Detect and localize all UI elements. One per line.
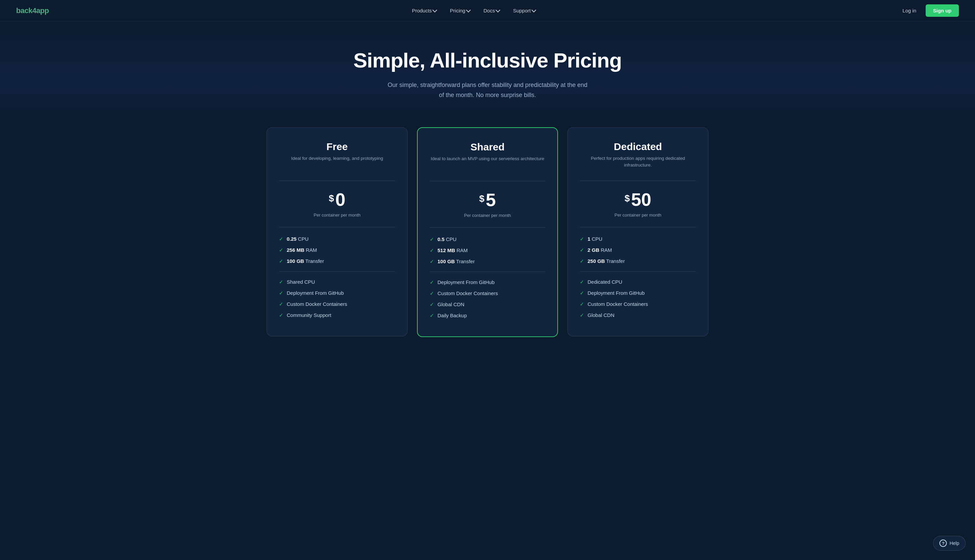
chevron-down-icon	[432, 8, 437, 12]
features-list-free: ✓Shared CPU✓Deployment From GitHub✓Custo…	[279, 278, 395, 318]
price-dollar-sign: $	[329, 193, 334, 204]
check-icon: ✓	[279, 278, 283, 285]
spec-text: 250 GB Transfer	[588, 258, 625, 265]
card-subtitle-free: Ideal for developing, learning, and prot…	[279, 155, 395, 171]
check-icon: ✓	[580, 289, 584, 297]
hero-section: Simple, All-inclusive Pricing Our simple…	[0, 22, 975, 120]
specs-list-dedicated: ✓1 CPU✓2 GB RAM✓250 GB Transfer	[580, 235, 696, 265]
check-icon: ✓	[430, 247, 434, 254]
spec-item: ✓100 GB Transfer	[430, 258, 545, 265]
price-block-shared: $ 5	[430, 189, 545, 210]
price-amount-free: $ 0	[279, 189, 395, 210]
nav-item-docs[interactable]: Docs	[478, 5, 505, 16]
card-divider-bottom	[279, 271, 395, 272]
feature-item: ✓Custom Docker Containers	[580, 300, 696, 308]
feature-item: ✓Global CDN	[580, 312, 696, 318]
check-icon: ✓	[430, 236, 434, 243]
feature-text: Deployment From GitHub	[588, 289, 645, 297]
check-icon: ✓	[430, 312, 434, 319]
card-divider-top	[430, 181, 545, 181]
spec-text: 100 GB Transfer	[287, 258, 324, 265]
check-icon: ✓	[279, 300, 283, 308]
spec-text: 100 GB Transfer	[437, 258, 475, 265]
feature-item: ✓Global CDN	[430, 301, 545, 308]
price-block-dedicated: $ 50	[580, 189, 696, 210]
nav-item-pricing[interactable]: Pricing	[445, 5, 475, 16]
price-value: 50	[631, 189, 651, 210]
check-icon: ✓	[580, 235, 584, 242]
help-label: Help	[950, 540, 959, 546]
check-icon: ✓	[279, 289, 283, 297]
nav-item-label: Docs	[483, 8, 495, 13]
chevron-down-icon	[495, 8, 500, 12]
hero-description: Our simple, straightforward plans offer …	[387, 80, 588, 100]
price-period-dedicated: Per container per month	[580, 213, 696, 218]
logo[interactable]: back4app	[16, 7, 49, 15]
nav-item-label: Pricing	[450, 8, 465, 13]
feature-text: Community Support	[287, 312, 332, 318]
pricing-card-free: Free Ideal for developing, learning, and…	[267, 127, 408, 337]
nav-auth: Log in Sign up	[898, 4, 959, 17]
price-block-free: $ 0	[279, 189, 395, 210]
card-title-dedicated: Dedicated	[580, 141, 696, 152]
feature-item: ✓Custom Docker Containers	[279, 300, 395, 308]
price-dollar-sign: $	[625, 193, 630, 204]
spec-text: 2 GB RAM	[588, 247, 612, 253]
price-value: 5	[486, 189, 496, 210]
check-icon: ✓	[580, 312, 584, 318]
feature-text: Custom Docker Containers	[287, 300, 347, 308]
navbar: back4app ProductsPricingDocsSupport Log …	[0, 0, 975, 22]
logo-text: back4app	[16, 7, 49, 15]
feature-item: ✓Daily Backup	[430, 312, 545, 319]
spec-item: ✓256 MB RAM	[279, 247, 395, 253]
nav-item-support[interactable]: Support	[508, 5, 541, 16]
chevron-down-icon	[466, 8, 471, 12]
card-title-shared: Shared	[430, 141, 545, 153]
spec-item: ✓0.25 CPU	[279, 235, 395, 242]
check-icon: ✓	[279, 258, 283, 265]
features-list-dedicated: ✓Dedicated CPU✓Deployment From GitHub✓Cu…	[580, 278, 696, 318]
feature-text: Deployment From GitHub	[437, 279, 495, 286]
spec-item: ✓100 GB Transfer	[279, 258, 395, 265]
spec-item: ✓250 GB Transfer	[580, 258, 696, 265]
check-icon: ✓	[580, 278, 584, 285]
feature-text: Custom Docker Containers	[437, 290, 498, 297]
feature-text: Dedicated CPU	[588, 278, 622, 285]
check-icon: ✓	[279, 247, 283, 253]
check-icon: ✓	[430, 279, 434, 286]
feature-text: Daily Backup	[437, 312, 467, 319]
check-icon: ✓	[279, 312, 283, 318]
spec-item: ✓0.5 CPU	[430, 236, 545, 243]
price-period-free: Per container per month	[279, 213, 395, 218]
price-amount-shared: $ 5	[430, 189, 545, 210]
card-divider-bottom	[430, 272, 545, 272]
hero-title: Simple, All-inclusive Pricing	[13, 48, 962, 72]
price-dollar-sign: $	[479, 193, 485, 204]
feature-item: ✓Deployment From GitHub	[580, 289, 696, 297]
signup-button[interactable]: Sign up	[926, 4, 959, 17]
spec-text: 256 MB RAM	[287, 247, 317, 253]
card-divider-mid	[279, 227, 395, 227]
feature-text: Shared CPU	[287, 278, 315, 285]
spec-text: 0.25 CPU	[287, 235, 308, 242]
spec-item: ✓1 CPU	[580, 235, 696, 242]
feature-item: ✓Deployment From GitHub	[279, 289, 395, 297]
card-title-free: Free	[279, 141, 395, 152]
login-button[interactable]: Log in	[898, 5, 920, 16]
features-list-shared: ✓Deployment From GitHub✓Custom Docker Co…	[430, 279, 545, 319]
nav-item-products[interactable]: Products	[407, 5, 442, 16]
spec-text: 512 MB RAM	[437, 247, 468, 254]
spec-item: ✓2 GB RAM	[580, 247, 696, 253]
feature-item: ✓Community Support	[279, 312, 395, 318]
feature-item: ✓Dedicated CPU	[580, 278, 696, 285]
help-button[interactable]: ? Help	[933, 536, 966, 551]
card-divider-bottom	[580, 271, 696, 272]
feature-text: Global CDN	[437, 301, 464, 308]
check-icon: ✓	[279, 235, 283, 242]
help-icon: ?	[939, 540, 947, 547]
card-divider-mid	[430, 227, 545, 228]
nav-item-label: Support	[513, 8, 531, 13]
card-subtitle-shared: Ideal to launch an MVP using our serverl…	[430, 155, 545, 172]
specs-list-free: ✓0.25 CPU✓256 MB RAM✓100 GB Transfer	[279, 235, 395, 265]
feature-item: ✓Deployment From GitHub	[430, 279, 545, 286]
